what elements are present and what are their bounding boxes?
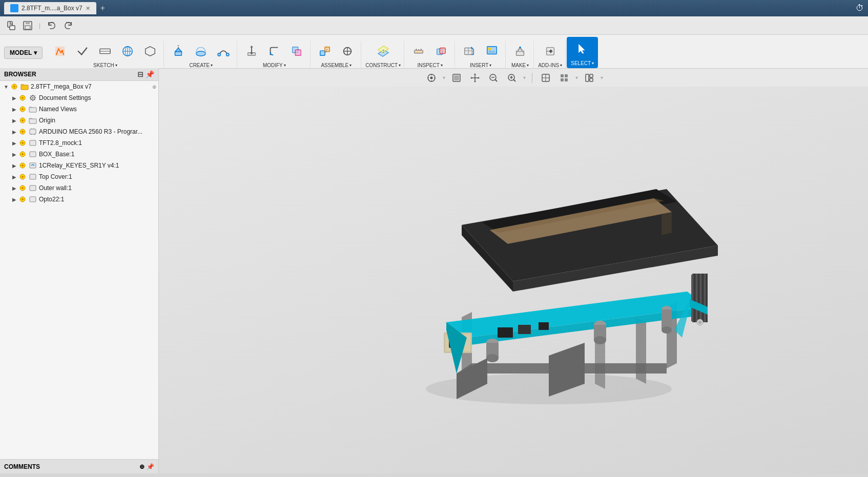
sketch-icon[interactable]	[50, 41, 70, 61]
file-button[interactable]	[4, 18, 18, 33]
sketch-label[interactable]: SKETCH ▾	[93, 63, 117, 68]
svg-marker-111	[662, 212, 672, 235]
toolbar-group-select: SELECT ▾	[567, 37, 598, 68]
polygon-icon[interactable]	[140, 41, 160, 61]
root-visibility-icon[interactable]	[10, 82, 18, 91]
browser-item-outer-wall[interactable]: ▶ Outer wall:1	[0, 182, 158, 194]
top-cover-visibility-icon[interactable]	[18, 173, 27, 181]
construct-label[interactable]: CONSTRUCT ▾	[365, 63, 401, 68]
extrude-icon[interactable]	[168, 41, 189, 61]
svg-rect-88	[30, 197, 36, 202]
arduino-visibility-icon[interactable]	[18, 128, 27, 136]
add-tab-button[interactable]: +	[100, 4, 105, 13]
undo-button[interactable]	[45, 18, 59, 33]
browser-item-relay[interactable]: ▶ 1CRelay_KEYES_SR1Y v4:1	[0, 160, 158, 171]
sweep-icon[interactable]	[213, 41, 234, 61]
make-label[interactable]: MAKE ▾	[511, 63, 529, 68]
offset-plane-icon[interactable]	[373, 41, 394, 61]
interference-icon[interactable]	[431, 41, 451, 61]
tab-close-button[interactable]: ✕	[86, 5, 90, 12]
top-cover-expand[interactable]: ▶	[10, 173, 18, 181]
doc-settings-label: Document Settings	[39, 94, 156, 101]
origin-visibility-icon[interactable]	[18, 116, 27, 125]
svg-marker-22	[251, 46, 254, 48]
comments-add-button[interactable]: ⊕	[139, 463, 144, 470]
insert-label[interactable]: INSERT ▾	[470, 63, 492, 68]
pan-button[interactable]	[468, 71, 482, 85]
doc-settings-gear-icon	[29, 94, 37, 102]
outer-wall-visibility-icon[interactable]	[18, 184, 27, 192]
create-label[interactable]: CREATE ▾	[189, 63, 213, 68]
origin-expand[interactable]: ▶	[10, 116, 18, 125]
fillet-icon[interactable]	[264, 41, 284, 61]
toolbar-group-insert: INSERT ▾	[456, 41, 506, 68]
redo-button[interactable]	[61, 18, 75, 33]
named-views-expand[interactable]: ▶	[10, 105, 18, 113]
line-icon[interactable]	[95, 41, 115, 61]
globe-icon[interactable]	[117, 41, 138, 61]
root-expand-icon[interactable]: ▼	[2, 82, 10, 91]
browser-pin-button[interactable]: 📌	[146, 70, 154, 78]
arduino-expand[interactable]: ▶	[10, 128, 18, 136]
opto22-visibility-icon[interactable]	[18, 195, 27, 203]
browser-item-doc-settings[interactable]: ▶ Document Settings	[0, 92, 158, 103]
assemble-label[interactable]: ASSEMBLE ▾	[321, 63, 352, 68]
outer-wall-expand[interactable]: ▶	[10, 184, 18, 192]
inspect-label[interactable]: INSPECT ▾	[417, 63, 442, 68]
svg-rect-25	[296, 50, 301, 55]
browser-collapse-button[interactable]: ⊟	[137, 70, 143, 78]
modify-label[interactable]: MODIFY ▾	[263, 63, 286, 68]
grid-view-button[interactable]	[557, 71, 571, 85]
opto22-expand[interactable]: ▶	[10, 195, 18, 203]
svg-point-61	[22, 108, 24, 110]
model-dropdown-button[interactable]: MODEL ▾	[4, 47, 43, 59]
measure-icon[interactable]	[408, 41, 429, 61]
browser-item-origin[interactable]: ▶ Origin	[0, 115, 158, 126]
named-views-visibility-icon[interactable]	[18, 105, 27, 113]
select-label[interactable]: SELECT ▾	[571, 60, 594, 66]
finish-sketch-icon[interactable]	[72, 41, 93, 61]
browser-root-item[interactable]: ▼ 2.8TFT_mega_Box v7 ⊕	[0, 81, 158, 92]
addins-label[interactable]: ADD-INS ▾	[538, 63, 562, 68]
browser-item-tft[interactable]: ▶ TFT2.8_mock:1	[0, 137, 158, 149]
insert-mesh-icon[interactable]	[459, 41, 480, 61]
zoom-in-button[interactable]	[505, 71, 519, 85]
relay-visibility-icon[interactable]	[18, 161, 27, 170]
save-button[interactable]	[20, 18, 35, 33]
decal-icon[interactable]	[482, 41, 502, 61]
press-pull-icon[interactable]	[241, 41, 262, 61]
relay-expand[interactable]: ▶	[10, 161, 18, 170]
tft-visibility-icon[interactable]	[18, 139, 27, 147]
box-base-body-icon	[29, 150, 37, 158]
active-tab[interactable]: 2.8TFT_m....a_Box v7 ✕	[4, 2, 96, 14]
zoom-out-button[interactable]	[486, 71, 501, 85]
svg-point-18	[196, 51, 205, 56]
comments-pin-button[interactable]: 📌	[147, 463, 154, 470]
doc-settings-visibility-icon[interactable]	[18, 94, 27, 102]
rigid-group-icon[interactable]	[337, 41, 358, 61]
3d-viewport[interactable]: ▾	[159, 68, 868, 473]
browser-item-box-base[interactable]: ▶ BOX_Base:1	[0, 149, 158, 160]
box-base-expand[interactable]: ▶	[10, 150, 18, 158]
home-view-button[interactable]	[424, 71, 439, 85]
browser-item-top-cover[interactable]: ▶ Top Cover:1	[0, 171, 158, 182]
svg-point-141	[430, 76, 432, 79]
select-icon[interactable]	[572, 39, 593, 59]
doc-settings-expand[interactable]: ▶	[10, 94, 18, 102]
browser-tree: ▼ 2.8TFT_mega_Box v7 ⊕ ▶	[0, 81, 158, 459]
fit-to-screen-button[interactable]	[449, 71, 464, 85]
combine-icon[interactable]	[286, 41, 307, 61]
box-base-visibility-icon[interactable]	[18, 150, 27, 158]
display-settings-button[interactable]	[539, 71, 553, 85]
revolve-icon[interactable]	[191, 41, 211, 61]
browser-item-named-views[interactable]: ▶ Named Views	[0, 103, 158, 115]
tft-expand[interactable]: ▶	[10, 139, 18, 147]
viewport-options-button[interactable]	[582, 71, 596, 85]
browser-item-arduino[interactable]: ▶ ARDUINO MEGA 2560 R3 - Prograr...	[0, 126, 158, 137]
joint-icon[interactable]	[315, 41, 335, 61]
addins-icon[interactable]	[540, 41, 561, 61]
main-toolbar: MODEL ▾	[0, 35, 868, 68]
browser-item-opto22[interactable]: ▶ Opto22:1	[0, 194, 158, 205]
make-icon[interactable]	[510, 41, 530, 61]
root-options-icon[interactable]: ⊕	[152, 84, 156, 90]
